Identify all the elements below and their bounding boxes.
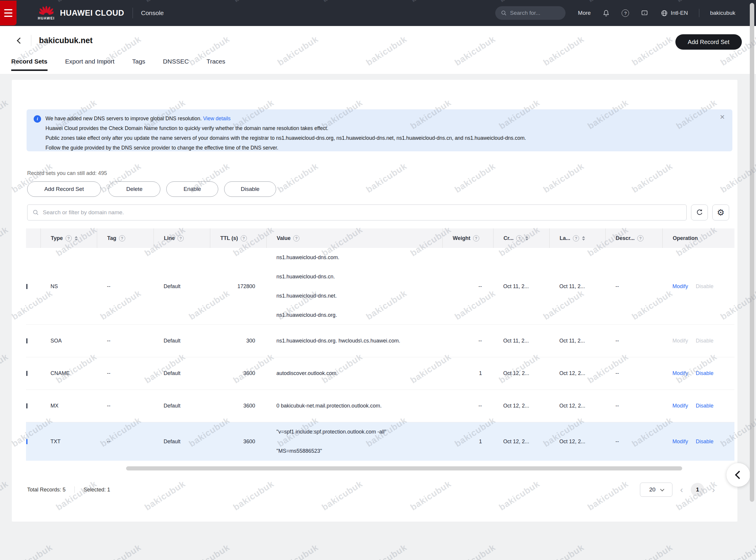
watermark-text: bakicubuk bbox=[0, 352, 10, 385]
cell-weight: -- bbox=[442, 248, 493, 325]
page-size-select[interactable]: 20 bbox=[640, 483, 672, 497]
disable-link: Disable bbox=[696, 283, 713, 289]
settings-button[interactable]: ⚙ bbox=[712, 204, 729, 220]
row-checkbox-partial[interactable] bbox=[26, 439, 27, 444]
tab-traces[interactable]: Traces bbox=[206, 58, 225, 71]
view-details-link[interactable]: View details bbox=[203, 116, 231, 121]
sort-icon[interactable] bbox=[75, 236, 78, 241]
cell-value: autodiscover.outlook.com. bbox=[266, 357, 442, 389]
help-icon[interactable] bbox=[177, 235, 184, 241]
cell-ttl: 3600 bbox=[210, 357, 266, 389]
help-icon[interactable]: ? bbox=[622, 9, 629, 17]
disable-button[interactable]: Disable bbox=[224, 181, 276, 197]
banner-line-3: Public zones take effect only after you … bbox=[45, 133, 724, 143]
more-menu[interactable]: More bbox=[578, 10, 591, 16]
vertical-scrollbar[interactable] bbox=[750, 3, 754, 502]
search-input[interactable] bbox=[43, 209, 681, 216]
page-number[interactable]: 1 bbox=[691, 483, 704, 497]
horizontal-scrollbar[interactable] bbox=[126, 466, 682, 471]
global-search[interactable]: Search for... bbox=[495, 6, 566, 20]
feedback-icon[interactable] bbox=[641, 9, 648, 17]
cell-checkbox bbox=[26, 325, 40, 357]
close-icon[interactable]: × bbox=[720, 113, 725, 121]
column-label: Descr... bbox=[616, 235, 635, 241]
account-menu[interactable]: bakicubuk bbox=[710, 10, 735, 16]
value-line: ns1.huaweicloud-dns.net. bbox=[276, 286, 337, 305]
column-label: Line bbox=[164, 235, 175, 241]
row-checkbox-partial[interactable] bbox=[26, 371, 27, 376]
page-header: bakicubuk.net Add Record Set Record Sets… bbox=[0, 26, 756, 74]
tab-export-and-import[interactable]: Export and Import bbox=[65, 58, 114, 71]
next-page-button[interactable]: › bbox=[712, 485, 715, 494]
add-record-set-button[interactable]: Add Record Set bbox=[27, 181, 101, 197]
cell-operation: ModifyDisable bbox=[663, 248, 734, 325]
disable-link[interactable]: Disable bbox=[696, 439, 713, 445]
cell-updated: Oct 11, 2... bbox=[549, 248, 605, 325]
help-icon[interactable] bbox=[119, 235, 125, 241]
table-row-cname: CNAME--Default3600autodiscover.outlook.c… bbox=[26, 357, 734, 390]
collapse-panel-button[interactable] bbox=[727, 463, 750, 487]
value-line: "v=spf1 include:spf.protection.outlook.c… bbox=[276, 422, 386, 441]
logo-word: HUAWEI bbox=[38, 16, 55, 20]
delete-button[interactable]: Delete bbox=[108, 181, 160, 197]
value-line: ns1.huaweicloud-dns.cn. bbox=[276, 267, 335, 286]
help-icon[interactable] bbox=[293, 235, 299, 241]
cell-ttl: 3600 bbox=[210, 422, 266, 461]
disable-link[interactable]: Disable bbox=[696, 403, 713, 409]
hamburger-menu-button[interactable] bbox=[0, 1, 17, 25]
refresh-icon bbox=[696, 208, 704, 216]
previous-page-button[interactable]: ‹ bbox=[680, 485, 683, 494]
cell-type: MX bbox=[40, 390, 97, 422]
header-cell-type[interactable]: Type bbox=[40, 228, 97, 248]
watermark-text: bakicubuk bbox=[0, 225, 10, 258]
tab-dnssec[interactable]: DNSSEC bbox=[163, 58, 189, 71]
notifications-bell-icon[interactable] bbox=[603, 9, 610, 17]
locale-switcher[interactable]: Intl-EN bbox=[660, 9, 688, 17]
header-cell-la[interactable]: La... bbox=[549, 228, 605, 248]
back-button[interactable] bbox=[17, 37, 23, 43]
row-checkbox-partial[interactable] bbox=[26, 338, 27, 343]
sort-icon[interactable] bbox=[525, 236, 528, 241]
tab-tags[interactable]: Tags bbox=[132, 58, 145, 71]
enable-button[interactable]: Enable bbox=[166, 181, 218, 197]
cell-value: ns1.huaweicloud-dns.com.ns1.huaweicloud-… bbox=[266, 248, 442, 325]
value-line: "MS=ms55886523" bbox=[276, 441, 322, 461]
cell-weight: -- bbox=[442, 325, 493, 357]
help-icon[interactable] bbox=[516, 235, 522, 241]
refresh-button[interactable] bbox=[691, 204, 708, 220]
help-icon[interactable] bbox=[66, 235, 72, 241]
help-icon[interactable] bbox=[473, 235, 479, 241]
row-checkbox-partial[interactable] bbox=[26, 403, 27, 408]
cell-line: Default bbox=[153, 422, 210, 461]
cell-checkbox bbox=[26, 390, 40, 422]
add-record-set-button-primary[interactable]: Add Record Set bbox=[675, 34, 742, 49]
cell-checkbox bbox=[26, 248, 40, 325]
column-label: Type bbox=[51, 235, 63, 241]
watermark-text: bakicubuk bbox=[0, 479, 10, 513]
top-navbar: HUAWEI HUAWEI CLOUD Console Search for..… bbox=[0, 0, 756, 26]
help-icon[interactable] bbox=[573, 235, 579, 241]
cell-checkbox bbox=[26, 422, 40, 461]
value-line: ns1.huaweicloud-dns.com. bbox=[276, 248, 339, 267]
table-row-txt: TXT--Default3600"v=spf1 include:spf.prot… bbox=[26, 422, 734, 461]
header-cell-cr[interactable]: Cr... bbox=[493, 228, 549, 248]
sort-icon[interactable] bbox=[582, 236, 585, 241]
help-icon[interactable] bbox=[241, 235, 247, 241]
cell-weight: 1 bbox=[442, 422, 493, 461]
disable-link[interactable]: Disable bbox=[696, 370, 713, 377]
modify-link[interactable]: Modify bbox=[672, 283, 688, 289]
footer-divider bbox=[75, 486, 75, 493]
cell-tag: -- bbox=[97, 390, 153, 422]
selected-count: Selected: 1 bbox=[84, 487, 110, 493]
nav-divider bbox=[699, 9, 699, 17]
modify-link[interactable]: Modify bbox=[672, 439, 688, 445]
row-checkbox-partial[interactable] bbox=[26, 284, 27, 289]
modify-link[interactable]: Modify bbox=[672, 370, 688, 377]
cell-tag: -- bbox=[97, 325, 153, 357]
help-icon[interactable] bbox=[637, 235, 644, 241]
tab-record-sets[interactable]: Record Sets bbox=[11, 58, 47, 71]
cell-type: SOA bbox=[40, 325, 97, 357]
cell-type: NS bbox=[40, 248, 97, 325]
console-link[interactable]: Console bbox=[141, 9, 164, 17]
modify-link[interactable]: Modify bbox=[672, 403, 688, 409]
